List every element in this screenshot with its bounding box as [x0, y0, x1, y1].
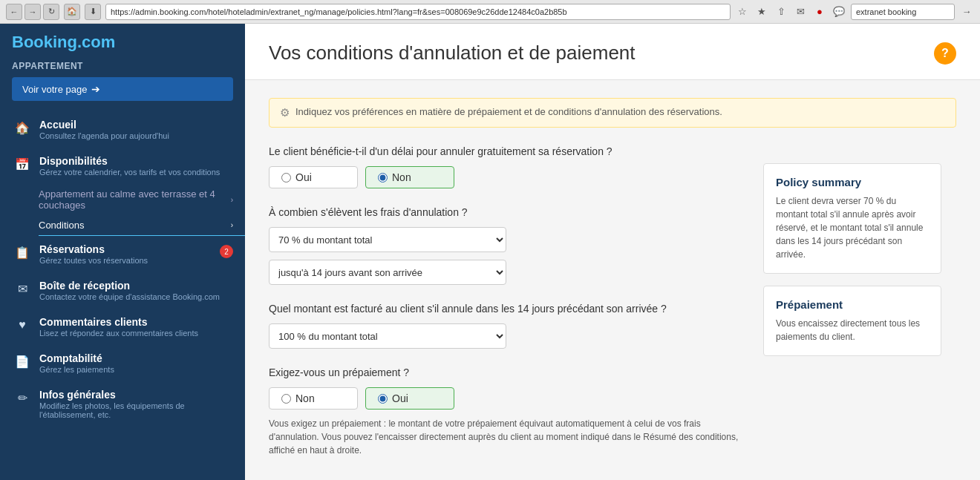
- select-row-1: 70 % du montant total 50 % du montant to…: [269, 227, 748, 252]
- property-label: Appartement: [0, 58, 245, 77]
- logo-text: Booking: [12, 33, 77, 51]
- forward-button[interactable]: →: [24, 4, 41, 20]
- sidebar-item-infos[interactable]: ✏ Infos générales Modifiez les photos, l…: [0, 381, 245, 427]
- form-section-3: Quel montant est facturé au client s'il …: [269, 303, 748, 349]
- inbox-icon: ✉: [14, 280, 30, 297]
- select-row-2: jusqu'à 14 jours avant son arrivée jusqu…: [269, 260, 748, 285]
- radio-oui-1[interactable]: Oui: [269, 166, 358, 188]
- subnav-disponibilites: Appartement au calme avec terrasse et 4 …: [0, 184, 245, 236]
- search-input[interactable]: [851, 4, 955, 20]
- select-row-3: 100 % du montant total 70 % du montant t…: [269, 323, 748, 349]
- sidebar-item-commentaires[interactable]: ♥ Commentaires clients Lisez et répondez…: [0, 309, 245, 345]
- radio-non-input-1[interactable]: [378, 173, 388, 183]
- address-bar[interactable]: [105, 4, 731, 20]
- send-icon[interactable]: ✉: [793, 4, 808, 19]
- policy-summary-text: Le client devra verser 70 % du montant t…: [776, 194, 929, 261]
- logo-domain: .com: [77, 33, 115, 51]
- commentaires-sublabel: Lisez et répondez aux commentaires clien…: [39, 329, 198, 338]
- form-area: Le client bénéficie-t-il d'un délai pour…: [269, 145, 748, 480]
- page-header: Vos conditions d'annulation et de paieme…: [245, 24, 980, 80]
- avatar-icon[interactable]: ●: [812, 4, 827, 19]
- logo: Booking.com: [0, 24, 245, 58]
- radio-non-input-2[interactable]: [281, 394, 291, 404]
- oui-label-2: Oui: [392, 392, 408, 404]
- home-button[interactable]: 🏠: [64, 4, 80, 20]
- bookmark-icon[interactable]: ☆: [735, 4, 750, 19]
- subnav-property-name[interactable]: Appartement au calme avec terrasse et 4 …: [39, 184, 245, 215]
- share-icon[interactable]: ⇧: [774, 4, 788, 19]
- star-icon[interactable]: ★: [754, 4, 769, 19]
- download-button[interactable]: ⬇: [85, 4, 101, 20]
- sidebar-item-boite[interactable]: ✉ Boîte de réception Contactez votre équ…: [0, 272, 245, 309]
- nav-buttons: ← → ↻: [6, 4, 59, 20]
- sidebar-nav: 🏠 Accueil Consultez l'agenda pour aujour…: [0, 111, 245, 480]
- question-2: À combien s'élèvent les frais d'annulati…: [269, 206, 748, 218]
- radio-non-2[interactable]: Non: [269, 387, 358, 410]
- main-inner: Le client bénéficie-t-il d'un délai pour…: [269, 145, 956, 480]
- reservations-icon: 📋: [14, 244, 30, 260]
- boite-label: Boîte de réception: [39, 280, 220, 292]
- accounting-icon: 📄: [14, 353, 30, 369]
- radio-non-1[interactable]: Non: [365, 166, 454, 188]
- form-section-4: Exigez-vous un prépaiement ? Non Oui: [269, 366, 748, 457]
- policy-sidebar: Policy summary Le client devra verser 70…: [748, 163, 956, 368]
- arrow-icon: ➔: [91, 83, 100, 95]
- infos-label: Infos générales: [39, 389, 233, 401]
- question-1: Le client bénéficie-t-il d'un délai pour…: [269, 145, 748, 157]
- subnav-conditions[interactable]: Conditions ›: [39, 215, 245, 236]
- accueil-label: Accueil: [39, 119, 169, 131]
- reservations-label: Réservations: [39, 243, 148, 255]
- commentaires-label: Commentaires clients: [39, 316, 198, 328]
- chevron-right-icon-2: ›: [231, 221, 233, 229]
- reservations-sublabel: Gérez toutes vos réservations: [39, 256, 148, 265]
- help-button[interactable]: ?: [934, 42, 956, 65]
- select-days[interactable]: jusqu'à 14 jours avant son arrivée jusqu…: [269, 260, 506, 285]
- browser-bar: ← → ↻ 🏠 ⬇ ☆ ★ ⇧ ✉ ● 💬 →: [0, 0, 980, 24]
- radio-oui-input-2[interactable]: [378, 394, 388, 404]
- prepayment-card: Prépaiement Vous encaissez directement t…: [763, 286, 941, 356]
- comptabilite-sublabel: Gérez les paiements: [39, 365, 114, 374]
- see-page-button[interactable]: Voir votre page ➔: [12, 77, 233, 101]
- boite-sublabel: Contactez votre équipe d'assistance Book…: [39, 292, 220, 301]
- prepayment-text: Vous encaissez directement tous les paie…: [776, 317, 929, 343]
- disponibilites-sublabel: Gérez votre calendrier, vos tarifs et vo…: [39, 168, 220, 177]
- sidebar: Booking.com Appartement Voir votre page …: [0, 24, 245, 480]
- main-content: Vos conditions d'annulation et de paieme…: [245, 24, 980, 480]
- form-section-1: Le client bénéficie-t-il d'un délai pour…: [269, 145, 748, 188]
- settings-icon: ⚙: [280, 106, 290, 119]
- sidebar-item-disponibilites[interactable]: 📅 Disponibilités Gérez votre calendrier,…: [0, 148, 245, 184]
- sidebar-item-comptabilite[interactable]: 📄 Comptabilité Gérez les paiements: [0, 345, 245, 381]
- select-percentage[interactable]: 70 % du montant total 50 % du montant to…: [269, 227, 506, 252]
- question-3: Quel montant est facturé au client s'il …: [269, 303, 748, 315]
- disponibilites-label: Disponibilités: [39, 155, 220, 167]
- policy-summary-card: Policy summary Le client devra verser 70…: [763, 163, 941, 274]
- reload-button[interactable]: ↻: [43, 4, 59, 20]
- radio-oui-2[interactable]: Oui: [365, 387, 454, 410]
- radio-oui-input-1[interactable]: [281, 173, 291, 183]
- pencil-icon: ✏: [14, 389, 30, 406]
- chat-icon[interactable]: 💬: [832, 4, 846, 19]
- accueil-sublabel: Consultez l'agenda pour aujourd'hui: [39, 131, 169, 140]
- see-page-label: Voir votre page: [22, 84, 87, 95]
- non-label-1: Non: [392, 171, 411, 183]
- heart-icon: ♥: [14, 317, 30, 333]
- radio-group-2: Non Oui: [269, 387, 748, 410]
- oui-label-1: Oui: [295, 171, 312, 183]
- infos-sublabel: Modifiez les photos, les équipements de …: [39, 401, 233, 419]
- back-button[interactable]: ←: [6, 4, 22, 20]
- non-label-2: Non: [295, 392, 315, 404]
- search-go-icon[interactable]: →: [959, 4, 974, 19]
- right-panel: Policy summary Le client devra verser 70…: [748, 145, 956, 368]
- page-title: Vos conditions d'annulation et de paieme…: [269, 42, 636, 65]
- prepayment-title: Prépaiement: [776, 298, 929, 311]
- sidebar-item-reservations[interactable]: 📋 Réservations Gérez toutes vos réservat…: [0, 236, 245, 272]
- comptabilite-label: Comptabilité: [39, 352, 114, 364]
- reservations-badge: 2: [220, 245, 233, 258]
- select-cancellation-amount[interactable]: 100 % du montant total 70 % du montant t…: [269, 323, 506, 349]
- home-icon: 🏠: [14, 119, 30, 136]
- chevron-right-icon: ›: [231, 196, 233, 204]
- calendar-icon: 📅: [14, 156, 30, 172]
- info-banner-text: Indiquez vos préférences en matière de p…: [295, 106, 722, 117]
- sidebar-item-accueil[interactable]: 🏠 Accueil Consultez l'agenda pour aujour…: [0, 111, 245, 148]
- question-4: Exigez-vous un prépaiement ?: [269, 366, 748, 378]
